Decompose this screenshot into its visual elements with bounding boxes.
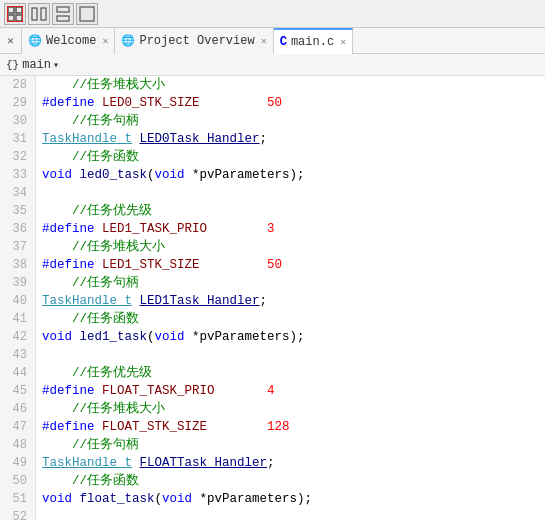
- gutter-32: 32: [0, 148, 31, 166]
- preproc-38: #define: [42, 258, 102, 272]
- svg-rect-0: [8, 7, 14, 13]
- gutter-36: 36: [0, 220, 31, 238]
- main-c-tab-icon: C: [280, 35, 287, 49]
- kw-void-33: void: [42, 168, 72, 182]
- gutter-34: 34: [0, 184, 31, 202]
- code-line-36: #define LED1_TASK_PRIO 3: [42, 220, 545, 238]
- preproc-36: #define: [42, 222, 102, 236]
- code-line-40: TaskHandle_t LED1Task_Handler;: [42, 292, 545, 310]
- tab-main-c[interactable]: C main.c ✕: [274, 28, 353, 54]
- code-line-38: #define LED1_STK_SIZE 50: [42, 256, 545, 274]
- comment-44: //任务优先级: [42, 366, 152, 380]
- comment-50: //任务函数: [42, 474, 139, 488]
- toolbar: [0, 0, 545, 28]
- kw-void-42: void: [42, 330, 72, 344]
- columns-button[interactable]: [28, 3, 50, 25]
- code-line-47: #define FLOAT_STK_SIZE 128: [42, 418, 545, 436]
- type-40[interactable]: TaskHandle_t: [42, 294, 132, 308]
- gutter-48: 48: [0, 436, 31, 454]
- breadcrumb-text: main: [22, 58, 51, 72]
- preproc-29: #define: [42, 96, 102, 110]
- comment-30: //任务句柄: [42, 114, 139, 128]
- tab-welcome[interactable]: 🌐 Welcome ✕: [22, 28, 115, 54]
- define-val-45: 4: [267, 384, 275, 398]
- breadcrumb-icon: {}: [6, 59, 19, 71]
- code-line-50: //任务函数: [42, 472, 545, 490]
- comment-35: //任务优先级: [42, 204, 152, 218]
- code-line-43: [42, 346, 545, 364]
- tab-project-overview[interactable]: 🌐 Project Overview ✕: [115, 28, 273, 54]
- code-line-29: #define LED0_STK_SIZE 50: [42, 94, 545, 112]
- code-line-32: //任务函数: [42, 148, 545, 166]
- code-line-45: #define FLOAT_TASK_PRIO 4: [42, 382, 545, 400]
- svg-rect-2: [8, 15, 14, 21]
- gutter-30: 30: [0, 112, 31, 130]
- svg-rect-3: [16, 15, 22, 21]
- code-line-33: void led0_task(void *pvParameters);: [42, 166, 545, 184]
- project-tab-label: Project Overview: [139, 34, 254, 48]
- code-line-46: //任务堆栈大小: [42, 400, 545, 418]
- svg-rect-4: [7, 6, 23, 22]
- svg-rect-1: [16, 7, 22, 13]
- kw-void2-51: void: [162, 492, 192, 506]
- code-line-52: [42, 508, 545, 520]
- var-40[interactable]: LED1Task_Handler: [140, 294, 260, 308]
- gutter-28: 28: [0, 76, 31, 94]
- gutter-38: 38: [0, 256, 31, 274]
- gutter-41: 41: [0, 310, 31, 328]
- close-all-tabs-button[interactable]: ✕: [0, 28, 22, 54]
- type-31[interactable]: TaskHandle_t: [42, 132, 132, 146]
- main-c-tab-close[interactable]: ✕: [340, 36, 346, 48]
- gutter-46: 46: [0, 400, 31, 418]
- var-31[interactable]: LED0Task_Handler: [140, 132, 260, 146]
- tabs-bar: ✕ 🌐 Welcome ✕ 🌐 Project Overview ✕ C mai…: [0, 28, 545, 54]
- func-42: led1_task: [80, 330, 148, 344]
- welcome-tab-icon: 🌐: [28, 34, 42, 47]
- svg-rect-6: [41, 8, 46, 20]
- define-name-29: LED0_STK_SIZE: [102, 96, 200, 110]
- comment-37: //任务堆栈大小: [42, 240, 165, 254]
- welcome-tab-close[interactable]: ✕: [102, 35, 108, 47]
- define-name-47: FLOAT_STK_SIZE: [102, 420, 207, 434]
- layout-button[interactable]: [4, 3, 26, 25]
- svg-rect-9: [80, 7, 94, 21]
- func-33: led0_task: [80, 168, 148, 182]
- main-c-tab-label: main.c: [291, 35, 334, 49]
- code-line-44: //任务优先级: [42, 364, 545, 382]
- svg-rect-5: [32, 8, 37, 20]
- type-49[interactable]: TaskHandle_t: [42, 456, 132, 470]
- breadcrumb-chevron: ▾: [53, 59, 59, 71]
- comment-28: //任务堆栈大小: [42, 78, 165, 92]
- func-51: float_task: [80, 492, 155, 506]
- var-49[interactable]: FLOATTask_Handler: [140, 456, 268, 470]
- define-val-47: 128: [267, 420, 290, 434]
- code-line-41: //任务函数: [42, 310, 545, 328]
- gutter-47: 47: [0, 418, 31, 436]
- define-name-38: LED1_STK_SIZE: [102, 258, 200, 272]
- kw-void2-42: void: [155, 330, 185, 344]
- svg-rect-8: [57, 16, 69, 21]
- gutter-49: 49: [0, 454, 31, 472]
- editor: 28 29 30 31 32 33 34 35 36 37 38 39 40 4…: [0, 76, 545, 520]
- gutter-44: 44: [0, 364, 31, 382]
- code-line-31: TaskHandle_t LED0Task_Handler;: [42, 130, 545, 148]
- gutter-35: 35: [0, 202, 31, 220]
- welcome-tab-label: Welcome: [46, 34, 96, 48]
- code-line-28: //任务堆栈大小: [42, 76, 545, 94]
- code-line-37: //任务堆栈大小: [42, 238, 545, 256]
- rows-button[interactable]: [52, 3, 74, 25]
- panel-button[interactable]: [76, 3, 98, 25]
- define-name-45: FLOAT_TASK_PRIO: [102, 384, 215, 398]
- gutter-37: 37: [0, 238, 31, 256]
- gutter-33: 33: [0, 166, 31, 184]
- comment-46: //任务堆栈大小: [42, 402, 165, 416]
- code-content[interactable]: //任务堆栈大小 #define LED0_STK_SIZE 50 //任务句柄…: [36, 76, 545, 520]
- project-tab-close[interactable]: ✕: [261, 35, 267, 47]
- gutter-39: 39: [0, 274, 31, 292]
- code-line-48: //任务句柄: [42, 436, 545, 454]
- comment-39: //任务句柄: [42, 276, 139, 290]
- gutter-45: 45: [0, 382, 31, 400]
- project-tab-icon: 🌐: [121, 34, 135, 47]
- svg-rect-7: [57, 7, 69, 12]
- define-val-36: 3: [267, 222, 275, 236]
